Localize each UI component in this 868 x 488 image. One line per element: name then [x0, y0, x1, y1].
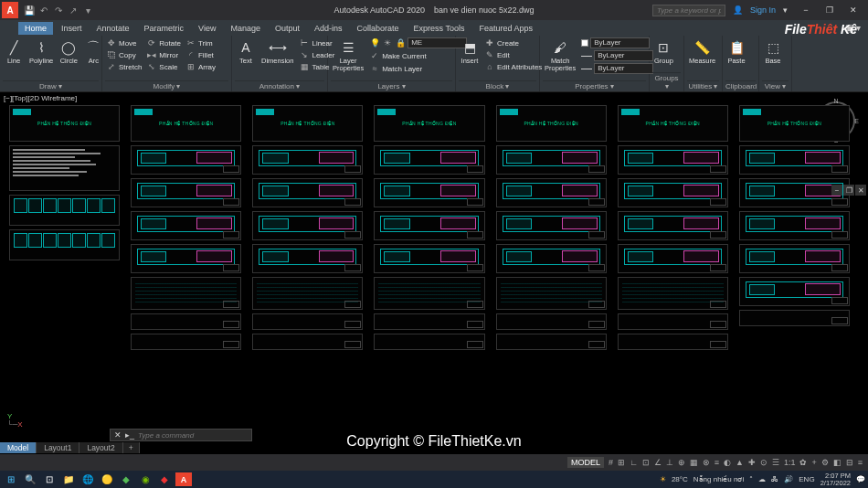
fillet-button[interactable]: ◜Fillet [185, 49, 217, 60]
trim-button[interactable]: ✂Trim [185, 37, 217, 48]
chrome-icon[interactable]: 🟡 [99, 472, 115, 486]
layer-props-button[interactable]: ☰Layer Properties [331, 37, 365, 72]
sb-hwacc-icon[interactable]: ⚙ [821, 458, 829, 467]
signin-user-icon[interactable]: 👤 [733, 5, 743, 15]
sb-annovis-icon[interactable]: ✚ [748, 458, 756, 467]
sb-gear-icon[interactable]: ✿ [799, 458, 807, 467]
tab-manage[interactable]: Manage [224, 22, 267, 35]
circle-button[interactable]: ◯Circle [58, 37, 79, 66]
panel-title-groups[interactable]: Groups ▾ [652, 72, 681, 91]
sb-plus-icon[interactable]: + [811, 458, 816, 467]
sb-iso-icon[interactable]: ∠ [654, 458, 662, 467]
minimize-button[interactable]: − [795, 2, 817, 18]
close-button[interactable]: ✕ [842, 2, 864, 18]
sun-icon[interactable]: ☀ [382, 37, 393, 48]
tab-home[interactable]: Home [18, 22, 53, 35]
modelspace-toggle[interactable]: MODEL [567, 457, 604, 468]
array-button[interactable]: ⊞Array [185, 61, 217, 72]
rotate-button[interactable]: ⟳Rotate [145, 37, 182, 48]
panel-title-utilities[interactable]: Utilities ▾ [687, 80, 719, 91]
tab-model[interactable]: Model [0, 442, 37, 453]
weather-text[interactable]: Nắng nhiều nơi [693, 475, 744, 483]
maximize-button[interactable]: ❐ [819, 2, 841, 18]
sb-cycling-icon[interactable]: ◐ [724, 458, 731, 467]
panel-title-block[interactable]: Block ▾ [459, 80, 536, 91]
clock[interactable]: 2:07 PM 2/17/2022 [820, 472, 851, 486]
edge-icon[interactable]: 🌐 [79, 472, 96, 486]
mirror-button[interactable]: ▸◂Mirror [145, 49, 182, 60]
tab-collaborate[interactable]: Collaborate [351, 22, 406, 35]
tray-up-icon[interactable]: ˄ [749, 475, 753, 483]
ucs-icon[interactable]: Y └─X [7, 412, 23, 429]
color-combo[interactable]: ByLayer [580, 37, 654, 48]
command-line[interactable]: ✕ ▸_ [110, 429, 252, 441]
lock-icon[interactable]: 🔒 [395, 37, 406, 48]
onedrive-icon[interactable]: ☁ [758, 475, 766, 483]
scale-button[interactable]: ⤡Scale [145, 61, 182, 72]
sb-osnap-icon[interactable]: ⊥ [666, 458, 673, 467]
tab-annotate[interactable]: Annotate [90, 22, 136, 35]
text-button[interactable]: AText [235, 37, 257, 66]
redo-icon[interactable]: ↷ [53, 5, 64, 16]
sb-scale-label[interactable]: 1:1 [784, 458, 796, 467]
tab-output[interactable]: Output [269, 22, 306, 35]
save-icon[interactable]: 💾 [24, 5, 35, 16]
tab-insert[interactable]: Insert [55, 22, 89, 35]
sb-transparency-icon[interactable]: ≡ [715, 458, 719, 467]
signin-link[interactable]: Sign In [750, 5, 776, 15]
copy-button[interactable]: ⿻Copy [105, 49, 143, 60]
panel-title-annotation[interactable]: Annotation ▾ [235, 80, 324, 91]
weather-temp[interactable]: 28°C [672, 475, 688, 483]
stretch-button[interactable]: ⤢Stretch [105, 61, 143, 72]
tab-add-layout[interactable]: + [123, 442, 140, 453]
panel-title-properties[interactable]: Properties ▾ [543, 80, 646, 91]
search-taskbar-icon[interactable]: 🔍 [22, 472, 38, 486]
network-icon[interactable]: 🖧 [771, 475, 778, 483]
edit-block-button[interactable]: ✎Edit [483, 49, 543, 60]
tab-featured[interactable]: Featured Apps [472, 22, 539, 35]
app-icon-nvidia[interactable]: ◉ [137, 472, 153, 486]
panel-title-layers[interactable]: Layers ▾ [331, 80, 452, 91]
measure-button[interactable]: 📏Measure [687, 37, 717, 66]
undo-icon[interactable]: ↶ [38, 5, 49, 16]
panel-title-draw[interactable]: Draw ▾ [3, 80, 99, 91]
create-block-button[interactable]: ✚Create [483, 37, 543, 48]
doc-close-button[interactable]: ✕ [855, 185, 866, 196]
linetype-combo[interactable]: ByLayer [580, 63, 654, 74]
sb-lwt-icon[interactable]: ⊗ [703, 458, 710, 467]
viewport-label[interactable]: [−][Top][2D Wireframe] [4, 94, 77, 102]
explorer-icon[interactable]: 📁 [60, 472, 77, 486]
tab-view[interactable]: View [192, 22, 222, 35]
sb-isolate-icon[interactable]: ◧ [833, 458, 842, 467]
paste-button[interactable]: 📋Paste [725, 37, 747, 66]
compass-n[interactable]: N [833, 98, 838, 104]
search-keyword-input[interactable] [652, 5, 725, 16]
edit-attr-button[interactable]: ⌂Edit Attributes [483, 61, 543, 72]
app-icon[interactable]: A [2, 2, 18, 18]
sb-snap-icon[interactable]: ⊞ [618, 458, 625, 467]
arc-button[interactable]: ⌒Arc [82, 37, 104, 66]
panel-title-view[interactable]: View ▾ [762, 80, 789, 91]
share-icon[interactable]: ↗ [68, 5, 79, 16]
bulb-icon[interactable]: 💡 [369, 37, 380, 48]
base-view-button[interactable]: ⬚Base [762, 37, 784, 66]
line-button[interactable]: ╱Line [3, 37, 25, 66]
weather-icon[interactable]: ☀ [660, 475, 666, 483]
qat-dropdown-icon[interactable]: ▾ [82, 5, 93, 16]
start-button[interactable]: ⊞ [3, 472, 19, 486]
sb-annoscale-icon[interactable]: ▲ [736, 458, 744, 467]
command-input[interactable] [138, 431, 248, 440]
tab-layout1[interactable]: Layout1 [37, 442, 79, 453]
sb-3dosnap-icon[interactable]: ⊕ [678, 458, 685, 467]
autocad-taskbar-icon[interactable]: A [175, 472, 192, 486]
match-props-button[interactable]: 🖌Match Properties [543, 37, 577, 72]
taskview-icon[interactable]: ⊡ [41, 472, 58, 486]
make-current-button[interactable]: ✓Make Current [368, 50, 468, 61]
insert-block-button[interactable]: ⬒Insert [459, 37, 481, 66]
sb-custom-icon[interactable]: ≡ [858, 458, 863, 467]
sb-cleanscreen-icon[interactable]: ⊟ [846, 458, 853, 467]
notifications-icon[interactable]: 💬 [856, 475, 865, 483]
tab-addins[interactable]: Add-ins [308, 22, 349, 35]
doc-min-button[interactable]: − [831, 185, 842, 196]
drawing-canvas[interactable]: [−][Top][2D Wireframe] − ❐ ✕ TOP N S E W… [0, 92, 868, 454]
